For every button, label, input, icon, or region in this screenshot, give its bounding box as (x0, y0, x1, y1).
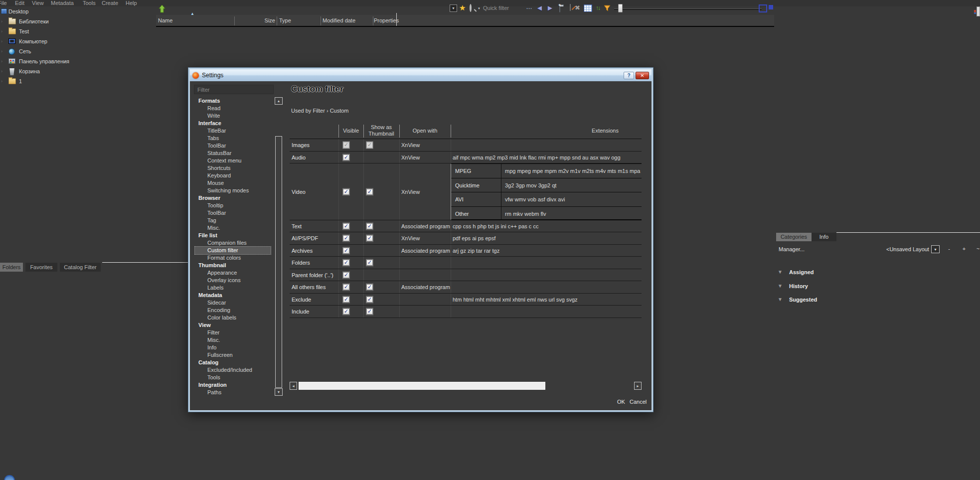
column-type[interactable]: Type (279, 17, 291, 23)
thumbnail-checkbox[interactable] (366, 188, 373, 195)
section-assigned[interactable]: Assigned (789, 269, 814, 275)
thumbnail-checkbox[interactable] (366, 223, 373, 229)
tree-item-desktop[interactable]: Desktop (0, 7, 155, 17)
column-separator[interactable] (234, 16, 235, 25)
scrollbar-thumb[interactable] (275, 136, 282, 388)
layout-selector-value[interactable]: <Unsaved Layout (886, 246, 929, 252)
scroll-down-button[interactable]: ▼ (275, 388, 283, 396)
table-row[interactable]: Audio XnView aif mpc wma mp2 mp3 mid lnk… (290, 152, 642, 163)
tree-read[interactable]: Read (195, 105, 271, 112)
video-group-row[interactable]: Other rm mkv webm flv (451, 207, 642, 220)
back-icon[interactable]: ◄ (536, 4, 543, 12)
edit-icon[interactable] (570, 4, 571, 11)
expander-icon[interactable]: › (1, 29, 2, 34)
column-separator[interactable] (373, 16, 373, 25)
menu-metadata[interactable]: Metadata (51, 0, 74, 6)
tree-excluded-included[interactable]: Excluded/Included (195, 366, 271, 374)
visible-checkbox[interactable] (343, 247, 349, 254)
view-mode-icon[interactable] (584, 4, 592, 12)
visible-checkbox[interactable] (343, 188, 349, 195)
column-separator[interactable] (321, 16, 321, 25)
expander-icon[interactable]: › (1, 49, 2, 54)
table-row[interactable]: Archives Associated program arj gz zip t… (290, 245, 642, 257)
tree-custom-filter[interactable]: Custom filter (195, 247, 271, 254)
visible-checkbox[interactable] (343, 223, 349, 229)
scroll-up-button[interactable]: ▲ (275, 97, 283, 105)
menu-file[interactable]: File (0, 0, 7, 6)
column-separator[interactable] (396, 13, 397, 26)
tree-info[interactable]: Info (195, 344, 271, 351)
tree-format-colors[interactable]: Format colors (195, 254, 271, 262)
video-group-row[interactable]: Quicktime 3g2 3gp mov 3gp2 qt (451, 178, 642, 192)
table-row[interactable]: Include (290, 306, 642, 318)
tree-view-filter[interactable]: Filter (195, 329, 271, 336)
tree-tag[interactable]: Tag (195, 217, 271, 224)
menu-edit[interactable]: Edit (15, 0, 24, 6)
tree-item-computer[interactable]: › Компьютер (0, 37, 155, 47)
visible-checkbox[interactable] (343, 142, 349, 149)
thumbnail-checkbox[interactable] (366, 260, 373, 266)
table-row[interactable]: Images XnView (290, 139, 642, 152)
thumbnail-checkbox[interactable] (366, 296, 373, 303)
close-button[interactable]: ✕ (636, 72, 649, 79)
visible-checkbox[interactable] (343, 296, 349, 303)
tree-catalog[interactable]: Catalog (195, 359, 271, 366)
start-orb[interactable] (4, 475, 15, 480)
tree-labels[interactable]: Labels (195, 284, 271, 292)
column-separator[interactable] (277, 16, 277, 25)
tree-tabs[interactable]: Tabs (195, 135, 271, 142)
tree-fullscreen[interactable]: Fullscreen (195, 351, 271, 359)
expander-icon[interactable]: › (1, 39, 2, 44)
forward-icon[interactable]: ► (546, 4, 554, 12)
expander-icon[interactable]: › (1, 69, 2, 74)
tree-switching-modes[interactable]: Switching modes (195, 187, 271, 194)
scroll-left-button[interactable]: ◄ (290, 382, 297, 390)
tree-browser-misc[interactable]: Misc. (195, 224, 271, 232)
tree-paths[interactable]: Paths (195, 389, 271, 396)
video-group-row[interactable]: MPEG mpg mpeg mpe mpm m2v m1v m2ts m4v m… (451, 164, 642, 178)
tree-context-menu[interactable]: Context menu (195, 157, 271, 164)
visible-checkbox[interactable] (343, 272, 349, 278)
visible-checkbox[interactable] (343, 260, 349, 266)
tab-categories[interactable]: Categories (776, 233, 812, 241)
visible-checkbox[interactable] (343, 309, 349, 315)
scrollbar-thumb[interactable] (299, 382, 545, 390)
tree-item-test[interactable]: › Test (0, 27, 155, 37)
ok-button[interactable]: OK (617, 399, 625, 405)
video-group-row[interactable]: AVI vfw wmv vob asf divx avi (451, 192, 642, 207)
search-magnifier-icon[interactable] (470, 4, 472, 12)
expander-icon[interactable]: › (1, 19, 2, 24)
tree-item-recycle-bin[interactable]: › Корзина (0, 67, 155, 77)
tree-formats[interactable]: Formats (195, 97, 271, 105)
filter-funnel-icon[interactable] (604, 4, 611, 13)
menu-help[interactable]: Help (126, 0, 137, 6)
tree-item-network[interactable]: › Сеть (0, 47, 155, 57)
sort-icon[interactable]: ↑↓ (596, 4, 600, 12)
collapse-chevron-icon[interactable]: ▼ (778, 269, 783, 275)
dialog-title-bar[interactable]: Settings ? ✕ (190, 69, 652, 81)
table-row[interactable]: Folders (290, 257, 642, 269)
table-row[interactable]: Text Associated program cpp css h php tx… (290, 220, 642, 232)
scroll-right-button[interactable]: ► (634, 382, 642, 390)
column-modified-date[interactable]: Modified date (323, 17, 355, 23)
add-category-button[interactable]: + (962, 246, 967, 252)
table-row[interactable]: Exclude htm html mht mhtml xml xhtml eml… (290, 294, 642, 306)
tree-item-control-panel[interactable]: › Панель управления (0, 57, 155, 67)
visible-checkbox[interactable] (343, 235, 349, 242)
tree-toolbar[interactable]: ToolBar (195, 142, 271, 150)
thumbnail-checkbox[interactable] (366, 142, 373, 149)
tab-favorites[interactable]: Favorites (25, 263, 57, 272)
layout-dropdown-button[interactable]: ▼ (931, 245, 940, 253)
column-size[interactable]: Size (249, 17, 275, 23)
tree-titlebar[interactable]: TitleBar (195, 127, 271, 135)
cancel-button[interactable]: Cancel (630, 399, 647, 405)
tree-metadata[interactable]: Metadata (195, 292, 271, 299)
slider-handle[interactable] (618, 4, 623, 12)
section-history[interactable]: History (789, 283, 808, 289)
collapse-chevron-icon[interactable]: ▼ (778, 283, 783, 289)
menu-view[interactable]: View (32, 0, 44, 6)
header-show-as-thumbnail[interactable]: Show as Thumbnail (363, 124, 399, 137)
visible-checkbox[interactable] (343, 154, 349, 160)
tree-tooltip[interactable]: Tooltip (195, 202, 271, 209)
quick-filter-label[interactable]: Quick filter (483, 5, 509, 11)
